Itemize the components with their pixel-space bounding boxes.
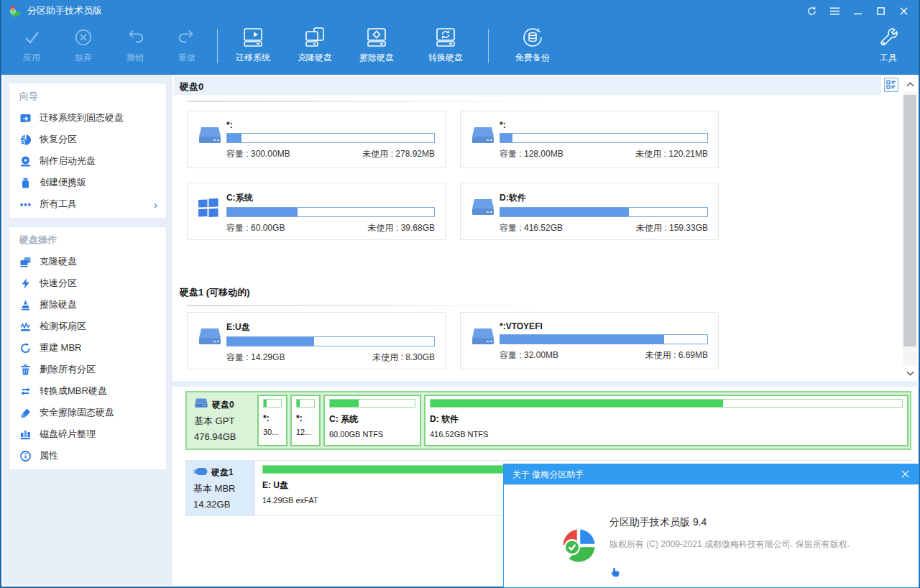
disk1-size: 14.32GB [193, 499, 255, 510]
sidebar-item-label: 所有工具 [40, 198, 77, 211]
wipe-disk-button[interactable]: 擦除硬盘 [346, 24, 408, 69]
maximize-button[interactable] [874, 4, 887, 17]
partition-card[interactable]: *: 容量 : 128.00MB 未使用 : 120.21MB [460, 111, 719, 168]
about-dialog: 关于 傲梅分区助手 分区助手技术员版 9.4 版权所有 (C) 2009-202… [503, 464, 919, 588]
usage-bar [226, 336, 435, 346]
sidebar-item-defrag[interactable]: 磁盘碎片整理 [9, 423, 166, 445]
view-toggle-button[interactable] [884, 78, 898, 92]
sidebar-item-portable[interactable]: 创建便携版 [9, 172, 166, 193]
usage-bar [226, 133, 435, 143]
partition-card-d[interactable]: D:软件 容量 : 416.52GB 未使用 : 159.33GB [460, 183, 719, 240]
free-backup-button[interactable]: 免费备份 [502, 24, 564, 69]
drive-icon [194, 398, 208, 411]
sidebar-item-quick-partition[interactable]: 快速分区 [9, 272, 166, 294]
partition-card[interactable]: *: 容量 : 300.00MB 未使用 : 278.92MB [187, 111, 446, 168]
aomei-logo-icon [559, 526, 598, 568]
sidebar-item-migrate-ssd[interactable]: 迁移系统到固态硬盘 [9, 107, 166, 129]
sidebar-item-bad-sectors[interactable]: 检测坏扇区 [9, 316, 166, 337]
usage-bar [226, 207, 435, 217]
undo-button[interactable]: 撤销 [109, 24, 161, 69]
dialog-close-icon[interactable] [901, 469, 910, 481]
capacity-text: 容量 : 416.52GB [500, 222, 563, 234]
partition-card-e[interactable]: E:U盘 容量 : 14.29GB 未使用 : 8.30GB [187, 312, 446, 369]
capacity-text: 容量 : 128.00MB [500, 148, 564, 160]
disk0-info: 硬盘0 基本 GPT 476.94GB [187, 392, 256, 449]
chevron-right-icon: › [154, 198, 157, 211]
secure-erase-icon [19, 407, 32, 419]
close-button[interactable] [897, 4, 910, 17]
diskmap-partition[interactable]: *: 12... [290, 395, 321, 446]
minimize-button[interactable] [851, 4, 864, 17]
hand-pointer-icon[interactable] [610, 566, 621, 581]
capacity-text: 容量 : 32.00MB [500, 349, 558, 362]
capacity-text: 容量 : 60.00GB [226, 222, 285, 234]
drive-icon [198, 321, 226, 369]
tools-button[interactable]: 工具 [868, 24, 908, 69]
disk0-header: 硬盘0 [174, 76, 881, 95]
sidebar-item-rebuild-mbr[interactable]: 重建 MBR [9, 337, 166, 359]
clone-disk-icon [303, 24, 327, 50]
drive-icon [471, 192, 500, 239]
partition-card-vtoyefi[interactable]: *:VTOYEFI 容量 : 32.00MB 未使用 : 6.69MB [460, 312, 719, 369]
clone-disk-button[interactable]: 克隆硬盘 [284, 24, 346, 69]
sidebar-item-recover-partition[interactable]: 恢复分区 [9, 129, 166, 150]
sidebar-item-delete-partitions[interactable]: 删除所有分区 [9, 359, 166, 380]
drive-icon [471, 321, 500, 369]
sidebar-item-label: 转换成MBR硬盘 [40, 385, 107, 398]
sidebar-item-properties[interactable]: 属性 [9, 445, 166, 467]
convert-disk-icon [433, 24, 458, 50]
sidebar-item-wipe-disk[interactable]: 擦除硬盘 [9, 294, 166, 316]
sidebar-item-label: 删除所有分区 [40, 363, 96, 376]
wrench-icon [878, 24, 898, 50]
free-backup-icon [520, 24, 545, 50]
disk1-info: 硬盘1 基本 MBR 14.32GB [186, 461, 255, 515]
convert-disk-button[interactable]: 转换硬盘 [415, 24, 477, 69]
product-version-text: 分区助手技术员版 9.4 [610, 516, 707, 529]
sidebar-item-boot-disc[interactable]: 制作启动光盘 [9, 150, 166, 172]
partition-name: E:U盘 [226, 321, 435, 334]
capacity-text: 容量 : 300.00MB [226, 148, 290, 160]
sidebar-item-label: 恢复分区 [40, 133, 77, 146]
vertical-scrollbar[interactable] [903, 76, 917, 381]
partition-name: *:VTOYEFI [500, 321, 708, 331]
disk1-type: 基本 MBR [193, 482, 255, 495]
boot-disc-icon [19, 155, 32, 167]
migrate-os-button[interactable]: 迁移系统 [222, 24, 284, 69]
menu-icon[interactable] [828, 4, 841, 17]
sidebar-item-all-tools[interactable]: 所有工具 › [9, 193, 166, 215]
partition-card-c[interactable]: C:系统 容量 : 60.00GB 未使用 : 39.68GB [187, 183, 446, 240]
diskmap-row-disk0[interactable]: 硬盘0 基本 GPT 476.94GB *: 30... *: 12... [185, 391, 911, 450]
disk1-header: 硬盘1 (可移动的) [172, 286, 917, 299]
partition-name: D:软件 [500, 192, 708, 204]
scroll-up-arrow[interactable] [903, 76, 917, 92]
sidebar-group-wizards: 向导 迁移系统到固态硬盘 恢复分区 制 [9, 83, 167, 219]
sidebar-item-secure-erase[interactable]: 安全擦除固态硬盘 [9, 402, 166, 423]
unused-text: 未使用 : 8.30GB [372, 352, 435, 364]
migrate-os-disk-icon [241, 24, 265, 50]
partition-name: *: [500, 120, 708, 130]
redo-button[interactable]: 重做 [161, 24, 213, 69]
scrollbar-thumb[interactable] [903, 95, 916, 346]
sidebar-item-label: 快速分区 [40, 277, 77, 290]
rebuild-mbr-icon [19, 342, 32, 354]
sidebar-item-clone-disk[interactable]: 克隆硬盘 [9, 251, 166, 272]
diskmap-partition[interactable]: *: 30... [257, 395, 288, 446]
scroll-down-arrow[interactable] [903, 365, 917, 381]
disk0-size: 476.94GB [194, 431, 256, 442]
separator-line [187, 101, 553, 102]
partition-name: C:系统 [226, 192, 435, 204]
diskmap-partition-d[interactable]: D: 软件 416.52GB NTFS [424, 395, 908, 446]
app-logo-icon [9, 4, 22, 17]
titlebar: 分区助手技术员版 [1, 0, 919, 22]
refresh-icon[interactable] [805, 4, 818, 17]
apply-button[interactable]: 应用 [6, 24, 58, 69]
wipe-brush-icon [19, 299, 32, 311]
capacity-text: 容量 : 14.29GB [226, 352, 285, 364]
disk-overview-region: 硬盘0 *: 容量 : 300.00MB 未使用 : 27 [172, 76, 917, 369]
sidebar-item-label: 重建 MBR [40, 341, 82, 354]
drive-icon [471, 120, 500, 167]
discard-button[interactable]: 放弃 [58, 24, 109, 69]
sidebar-item-convert-mbr[interactable]: 转换成MBR硬盘 [9, 380, 166, 402]
migrate-ssd-icon [19, 112, 32, 124]
diskmap-partition-c[interactable]: C: 系统 60.00GB NTFS [323, 395, 421, 446]
